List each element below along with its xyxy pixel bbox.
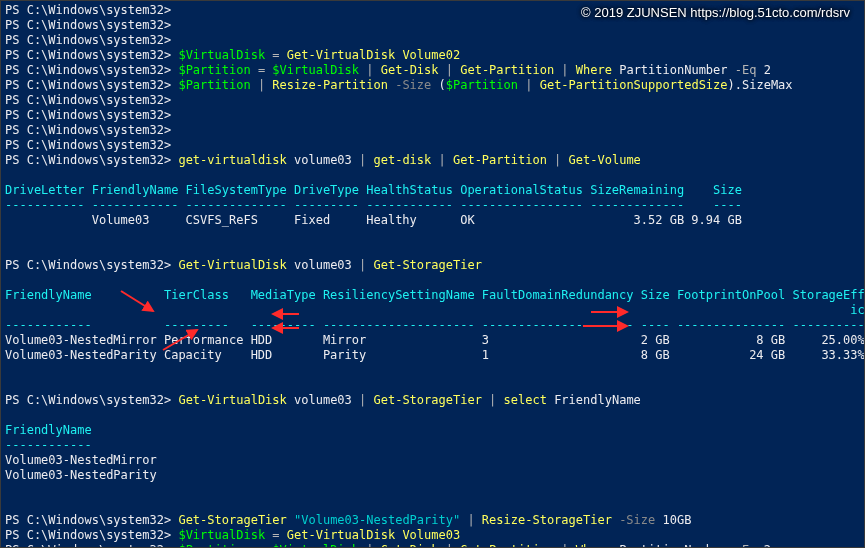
table-row: Volume03-NestedMirror: [5, 453, 157, 467]
prompt-line: PS C:\Windows\system32>: [5, 3, 171, 17]
table-row: Volume03-NestedMirror Performance HDD Mi…: [5, 333, 865, 347]
cmd-line: PS C:\Windows\system32> Get-StorageTier …: [5, 513, 691, 527]
cmd-line: PS C:\Windows\system32> $Partition = $Vi…: [5, 543, 771, 548]
prompt-line: PS C:\Windows\system32>: [5, 123, 171, 137]
terminal[interactable]: PS C:\Windows\system32> PS C:\Windows\sy…: [1, 1, 864, 548]
table-row: Volume03-NestedParity: [5, 468, 157, 482]
table-row: Volume03-NestedParity Capacity HDD Parit…: [5, 348, 865, 362]
table-sep: ----------- ------------ -------------- …: [5, 198, 742, 212]
prompt-line: PS C:\Windows\system32>: [5, 18, 171, 32]
cmd-line: PS C:\Windows\system32> Get-VirtualDisk …: [5, 393, 641, 407]
prompt-line: PS C:\Windows\system32>: [5, 108, 171, 122]
cmd-line: PS C:\Windows\system32> $Partition = $Vi…: [5, 63, 771, 77]
table-header: FriendlyName TierClass MediaType Resilie…: [5, 288, 865, 317]
table-header: DriveLetter FriendlyName FileSystemType …: [5, 183, 742, 197]
cmd-line: PS C:\Windows\system32> $Partition | Res…: [5, 78, 793, 92]
table-sep: ------------ --------- --------- -------…: [5, 318, 865, 332]
table-row: Volume03 CSVFS_ReFS Fixed Healthy OK 3.5…: [5, 213, 742, 227]
cmd-line: PS C:\Windows\system32> Get-VirtualDisk …: [5, 258, 482, 272]
table-header: FriendlyName: [5, 423, 92, 437]
prompt-line: PS C:\Windows\system32>: [5, 138, 171, 152]
cmd-line: PS C:\Windows\system32> $VirtualDisk = G…: [5, 48, 460, 62]
prompt-line: PS C:\Windows\system32>: [5, 33, 171, 47]
cmd-line: PS C:\Windows\system32> $VirtualDisk = G…: [5, 528, 460, 542]
cmd-line: PS C:\Windows\system32> get-virtualdisk …: [5, 153, 641, 167]
table-sep: ------------: [5, 438, 92, 452]
prompt-line: PS C:\Windows\system32>: [5, 93, 171, 107]
